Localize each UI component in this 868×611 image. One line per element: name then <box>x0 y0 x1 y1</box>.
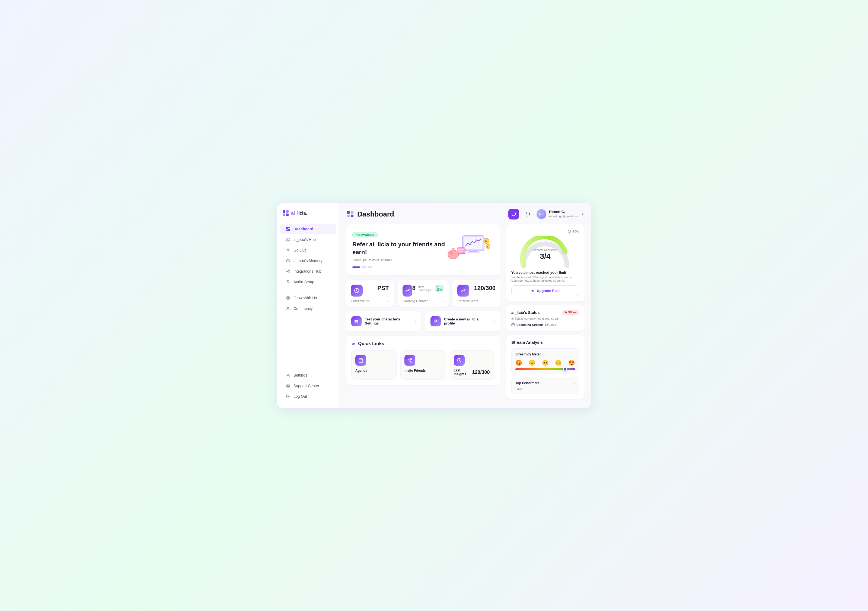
user-profile[interactable]: RC Robert C. robert.cgh@gmail.com ▾ <box>536 209 583 219</box>
stat-card-timezone[interactable]: PST Timezone PST › <box>346 280 394 307</box>
status-title: ai_licia's Status <box>511 310 540 315</box>
banner-dot-1[interactable] <box>352 267 360 268</box>
svg-point-43 <box>568 230 571 233</box>
stat-card-learning[interactable]: 8 New Learnings + 12% Learning Counter › <box>398 280 449 307</box>
dashboard-icon <box>286 226 290 231</box>
gauge-wrap: Streams Consumed 3/4 <box>511 236 579 268</box>
sidebar-item-support[interactable]: Support Center <box>280 381 336 391</box>
svg-rect-26 <box>458 249 464 250</box>
insights-label: Last Insights <box>454 368 472 376</box>
sidebar-item-golive[interactable]: Go Live <box>280 245 336 255</box>
banner-dot-3[interactable] <box>367 267 372 268</box>
referral-icon-wrap <box>457 285 469 296</box>
emoji-row: 😡 😕 😐 😊 😍 <box>515 360 575 366</box>
sidebar-logo: ai_licia. <box>277 210 339 223</box>
action-card-new-profile[interactable]: Create a new ai_licia profile › <box>425 311 501 331</box>
emoji-happy: 😊 <box>555 360 562 366</box>
sidebar-item-growwithus[interactable]: Grow With Us <box>280 293 336 303</box>
gauge-sub: You have used 80% of your available stre… <box>511 276 579 282</box>
learning-icon-wrap <box>403 285 412 296</box>
user-name: Robert C. <box>549 210 579 214</box>
mood-bar[interactable] <box>515 368 575 371</box>
sidebar-label-support: Support Center <box>293 384 319 388</box>
nav-divider <box>283 290 333 290</box>
top-performers-label: Top Performers <box>515 381 539 385</box>
svg-rect-20 <box>467 252 480 253</box>
sidebar-item-audio[interactable]: Audio Setup <box>280 277 336 287</box>
sidebar-item-dashboard[interactable]: Dashboard <box>280 224 336 234</box>
quick-links-grid: Agenda › Invite Friends › <box>351 350 495 380</box>
sidebar-item-community[interactable]: Community <box>280 303 336 314</box>
upcoming-stream: Upcoming Stream: 12/05/24 <box>511 323 579 326</box>
svg-text:$: $ <box>485 239 487 243</box>
character-settings-icon <box>351 316 361 326</box>
sidebar-label-integrations: Integrations Hub <box>293 269 321 273</box>
sidebar-label-logout: Log Out <box>293 394 307 399</box>
status-badge-offline: Offline <box>562 310 579 315</box>
gauge-card: 80% <box>506 224 584 301</box>
action-card-character-settings[interactable]: Test your character's Settings › <box>346 311 421 331</box>
status-dot <box>565 312 567 313</box>
top-performers-arrow[interactable]: › <box>574 381 575 385</box>
stat-card-referral[interactable]: 120/300 Referral Score › <box>453 280 501 307</box>
svg-rect-11 <box>288 280 289 282</box>
timezone-value: PST <box>377 285 389 292</box>
timezone-icon-wrap <box>351 285 363 296</box>
svg-rect-33 <box>355 320 358 321</box>
svg-rect-7 <box>287 260 290 262</box>
quick-link-invite[interactable]: Invite Friends › <box>400 350 446 380</box>
header-right: RC Robert C. robert.cgh@gmail.com ▾ <box>508 209 583 220</box>
sidebar-label-settings: Settings <box>293 373 307 377</box>
sidebar-item-integrations[interactable]: Integrations Hub <box>280 266 336 276</box>
notification-button[interactable] <box>523 209 533 219</box>
banner-tag: #growwithus <box>352 232 378 237</box>
svg-rect-27 <box>458 251 462 252</box>
main-content: Dashboard RC Robert C. robert.cgh@gmail.… <box>339 203 591 408</box>
streamjoy-label: Streamjoy Meter <box>515 352 541 356</box>
sidebar-label-hub: ai_licia's Hub <box>293 237 316 242</box>
svg-point-15 <box>287 384 290 388</box>
sidebar: ai_licia. Dashboard ai_licia's Hub G <box>277 203 339 408</box>
streamjoy-meter-card: Streamjoy Meter › 😡 😕 😐 😊 😍 <box>511 348 579 374</box>
quick-links-heading: Quick Links <box>358 341 384 346</box>
upcoming-label: Upcoming Stream: <box>516 323 543 326</box>
analysis-title: Stream Analysis <box>511 340 579 344</box>
sidebar-item-logout[interactable]: Log Out <box>280 391 336 402</box>
sidebar-item-hub[interactable]: ai_licia's Hub <box>280 234 336 245</box>
svg-rect-38 <box>360 361 361 361</box>
gauge-badge: 80% <box>568 230 579 234</box>
sidebar-item-settings[interactable]: Settings <box>280 370 336 380</box>
svg-point-8 <box>287 271 288 272</box>
svg-point-5 <box>287 238 290 242</box>
sidebar-label-audio: Audio Setup <box>293 280 314 284</box>
svg-rect-45 <box>512 324 515 326</box>
refresh-button[interactable] <box>508 209 519 220</box>
action-arrow-newprofile: › <box>494 319 495 323</box>
streamjoy-arrow[interactable]: › <box>574 352 575 356</box>
banner-dot-2[interactable] <box>361 267 366 268</box>
svg-point-44 <box>569 231 570 233</box>
banner-illustration: $ $ <box>446 233 490 267</box>
top-performers-card: Top Performers › Fake <box>511 377 579 394</box>
sidebar-item-memory[interactable]: ai_licia's Memory <box>280 256 336 266</box>
timezone-arrow: › <box>388 299 389 303</box>
svg-rect-35 <box>355 322 358 323</box>
memory-icon <box>286 258 290 263</box>
action-arrow-character: › <box>415 319 416 323</box>
svg-rect-3 <box>288 229 290 231</box>
app-container: ai_licia. Dashboard ai_licia's Hub G <box>277 202 591 409</box>
learning-badge: + 12% <box>435 285 444 292</box>
emoji-angry: 😡 <box>515 360 522 366</box>
quick-link-agenda[interactable]: Agenda › <box>351 350 397 380</box>
upgrade-button[interactable]: Upgrade Plan <box>511 285 579 296</box>
svg-point-14 <box>288 375 289 376</box>
svg-text:$: $ <box>487 245 488 248</box>
right-panel: 80% <box>506 224 584 402</box>
svg-point-41 <box>411 361 412 363</box>
quick-link-insights[interactable]: Last Insights 120/300 › <box>450 350 495 380</box>
nav-bottom: Settings Support Center Log Out <box>277 370 339 402</box>
logout-icon <box>286 394 290 399</box>
logo-text: ai_licia. <box>291 211 307 216</box>
upgrade-label: Upgrade Plan <box>537 289 560 293</box>
emoji-love: 😍 <box>568 360 575 366</box>
